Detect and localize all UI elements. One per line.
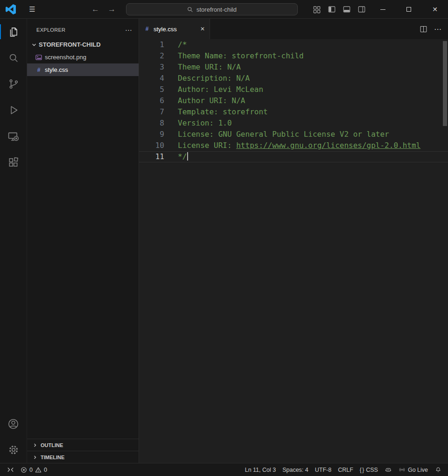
line-text: Author: Levi McLean xyxy=(164,84,263,95)
code-line: 1 /* xyxy=(139,39,448,50)
tab-style-css[interactable]: # style.css ✕ xyxy=(139,19,210,39)
split-editor-icon[interactable] xyxy=(420,25,427,33)
explorer-activity-icon[interactable] xyxy=(0,19,27,45)
customize-layout-icon[interactable] xyxy=(313,5,321,14)
code-line: 6 Author URI: N/A xyxy=(139,95,448,106)
line-text-prefix: License URI: xyxy=(178,141,236,150)
gear-icon xyxy=(7,444,20,456)
line-number: 10 xyxy=(139,140,164,151)
line-text: Theme URI: N/A xyxy=(164,62,241,73)
toggle-secondary-sidebar-icon[interactable] xyxy=(357,5,366,14)
remote-icon xyxy=(7,466,14,473)
indentation-button[interactable]: Spaces: 4 xyxy=(279,465,312,475)
status-bar: 0 0 Ln 11, Col 3 Spaces: 4 UTF-8 CRLF xyxy=(0,463,448,476)
accounts-activity-icon[interactable] xyxy=(0,411,27,437)
line-text: Version: 1.0 xyxy=(164,118,232,129)
language-label: CSS xyxy=(366,467,378,473)
go-live-button[interactable]: Go Live xyxy=(395,465,431,475)
back-button[interactable]: ← xyxy=(91,5,99,14)
tree-item-root-folder[interactable]: STOREFRONT-CHILD xyxy=(27,38,139,51)
history-navigation: ← → xyxy=(91,0,116,19)
vscode-logo xyxy=(6,4,16,14)
line-number: 6 xyxy=(139,95,164,106)
css-file-icon: # xyxy=(144,26,150,32)
extensions-icon xyxy=(7,156,20,168)
timeline-section[interactable]: TIMELINE xyxy=(27,451,139,463)
bell-icon xyxy=(434,466,442,474)
file-tree: STOREFRONT-CHILD screenshot.png # style.… xyxy=(27,38,139,439)
minimize-icon xyxy=(380,9,385,10)
warning-icon xyxy=(35,467,42,473)
remote-explorer-activity-icon[interactable] xyxy=(0,123,27,149)
run-debug-activity-icon[interactable] xyxy=(0,97,27,123)
css-file-icon: # xyxy=(35,67,42,73)
cursor-position-label: Ln 11, Col 3 xyxy=(245,467,276,473)
tree-item-screenshot-png[interactable]: screenshot.png xyxy=(27,51,139,63)
code-line: 4 Description: N/A xyxy=(139,73,448,84)
git-branch-icon xyxy=(7,78,20,90)
sidebar-bottom-panels: OUTLINE TIMELINE xyxy=(27,439,139,463)
encoding-button[interactable]: UTF-8 xyxy=(312,465,335,475)
editor-more-actions-icon[interactable]: ⋯ xyxy=(434,25,441,34)
source-control-activity-icon[interactable] xyxy=(0,71,27,97)
editor-actions: ⋯ xyxy=(420,19,448,39)
problems-button[interactable]: 0 0 xyxy=(17,465,50,475)
settings-activity-icon[interactable] xyxy=(0,437,27,463)
activity-bar xyxy=(0,19,27,463)
title-bar: ☰ ← → storefront-child xyxy=(0,0,448,19)
toggle-primary-sidebar-icon[interactable] xyxy=(328,5,336,14)
explorer-sidebar: EXPLORER ⋯ STOREFRONT-CHILD screens xyxy=(27,19,139,463)
maximize-button[interactable] xyxy=(399,0,418,19)
account-icon xyxy=(7,418,20,430)
activity-bar-spacer xyxy=(0,175,27,411)
extensions-activity-icon[interactable] xyxy=(0,149,27,175)
code-line: 2 Theme Name: storefront-child xyxy=(139,50,448,62)
menu-icon[interactable]: ☰ xyxy=(25,0,39,19)
remote-monitor-icon xyxy=(7,130,20,143)
line-text: Template: storefront xyxy=(164,106,268,118)
notifications-button[interactable] xyxy=(431,465,445,475)
copilot-status-button[interactable] xyxy=(381,465,395,475)
tab-close-icon[interactable]: ✕ xyxy=(200,26,205,32)
search-icon xyxy=(7,52,20,64)
search-activity-icon[interactable] xyxy=(0,45,27,71)
line-number: 9 xyxy=(139,129,164,140)
line-text: */ xyxy=(164,151,188,162)
cursor-position-button[interactable]: Ln 11, Col 3 xyxy=(242,465,279,475)
explorer-more-actions-icon[interactable]: ⋯ xyxy=(125,27,132,34)
command-center-search[interactable]: storefront-child xyxy=(126,3,298,15)
line-text: License: GNU General Public License V2 o… xyxy=(164,129,389,140)
sidebar-header: EXPLORER ⋯ xyxy=(27,19,139,38)
code-editor[interactable]: 1 /* 2 Theme Name: storefront-child 3 Th… xyxy=(139,39,448,463)
minimize-button[interactable] xyxy=(373,0,392,19)
root-folder-label: STOREFRONT-CHILD xyxy=(39,41,101,48)
outline-section[interactable]: OUTLINE xyxy=(27,439,139,451)
line-number: 2 xyxy=(139,50,164,62)
error-count: 0 xyxy=(29,467,33,473)
remote-window-button[interactable] xyxy=(4,465,17,475)
encoding-label: UTF-8 xyxy=(315,467,331,473)
status-bar-left: 0 0 xyxy=(4,465,50,475)
warning-count: 0 xyxy=(44,467,47,473)
close-button[interactable]: ✕ xyxy=(426,0,444,19)
line-number: 8 xyxy=(139,118,164,129)
code-line: 5 Author: Levi McLean xyxy=(139,84,448,95)
license-url-link[interactable]: https://www.gnu.org/licenses/gpl-2.0.htm… xyxy=(236,141,420,150)
go-live-label: Go Live xyxy=(408,467,428,473)
toggle-panel-icon[interactable] xyxy=(343,5,351,14)
text-cursor xyxy=(187,152,188,161)
forward-button[interactable]: → xyxy=(108,5,116,14)
error-icon xyxy=(21,467,27,473)
status-bar-right: Ln 11, Col 3 Spaces: 4 UTF-8 CRLF { } CS… xyxy=(242,465,445,475)
line-number: 3 xyxy=(139,62,164,73)
image-file-icon xyxy=(35,54,42,61)
editor-tab-bar: # style.css ✕ ⋯ xyxy=(139,19,448,39)
eol-button[interactable]: CRLF xyxy=(335,465,357,475)
search-icon xyxy=(187,7,193,13)
line-text: Theme Name: storefront-child xyxy=(164,50,304,62)
editor-scrollbar[interactable] xyxy=(443,41,447,126)
language-mode-button[interactable]: { } CSS xyxy=(357,465,381,475)
code-line: 7 Template: storefront xyxy=(139,106,448,118)
tree-item-style-css[interactable]: # style.css xyxy=(27,63,139,76)
files-icon xyxy=(7,26,20,38)
